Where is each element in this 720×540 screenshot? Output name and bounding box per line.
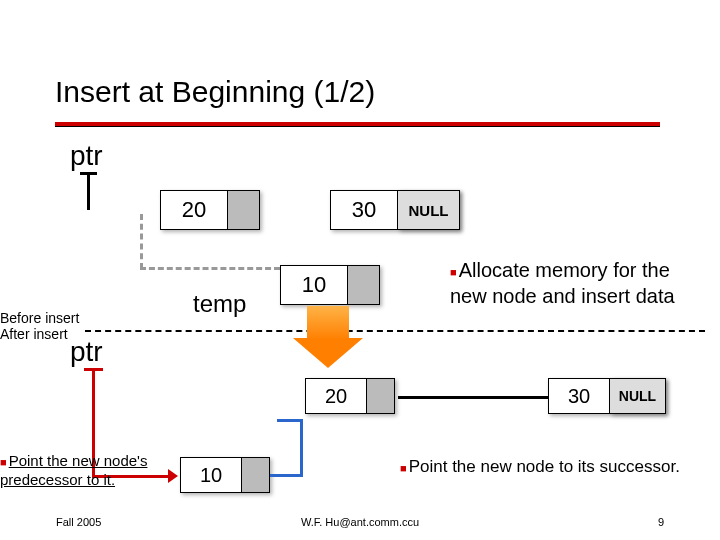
connector-20-30 (398, 396, 550, 399)
down-arrow-icon (293, 306, 363, 370)
node-30-before: 30 NULL (330, 190, 460, 230)
connector-new-to-successor-h2 (277, 419, 303, 422)
node-next-ptr (228, 190, 260, 230)
node-30-after: 30 NULL (548, 378, 666, 414)
node-temp: 10 (280, 265, 380, 305)
square-bullet-icon: ■ (0, 456, 7, 468)
node-data: 30 (330, 190, 398, 230)
note-allocate: ■Allocate memory for the new node and in… (450, 258, 680, 308)
label-after-insert: After insert (0, 326, 79, 342)
null-label: NULL (610, 378, 666, 414)
ptr-label-before: ptr (70, 140, 103, 172)
node-next-ptr (348, 265, 380, 305)
square-bullet-icon: ■ (450, 266, 457, 278)
label-before-insert: Before insert (0, 310, 79, 326)
node-20-after: 20 (305, 378, 395, 414)
node-10-after: 10 (180, 457, 270, 493)
page-title: Insert at Beginning (1/2) (55, 75, 375, 109)
dashed-connector-v (140, 214, 143, 269)
node-data: 20 (160, 190, 228, 230)
temp-label: temp (193, 290, 246, 318)
null-label: NULL (398, 190, 460, 230)
note-successor: ■Point the new node to its successor. (400, 457, 680, 478)
ptr-stem-before (87, 175, 90, 210)
node-next-ptr (367, 378, 395, 414)
connector-new-to-successor-h1 (270, 474, 302, 477)
connector-new-to-successor-v (300, 419, 303, 477)
footer-page-number: 9 (658, 516, 664, 528)
node-data: 30 (548, 378, 610, 414)
node-data: 20 (305, 378, 367, 414)
footer-center: W.F. Hu@ant.comm.ccu (0, 516, 720, 528)
divider-dashed (85, 330, 705, 332)
node-next-ptr (242, 457, 270, 493)
note-predecessor: ■Point the new node's predecessor to it. (0, 452, 180, 489)
square-bullet-icon: ■ (400, 462, 407, 474)
before-after-labels: Before insert After insert (0, 310, 79, 342)
node-data: 10 (180, 457, 242, 493)
node-data: 10 (280, 265, 348, 305)
title-underline (55, 122, 660, 127)
node-20-before: 20 (160, 190, 260, 230)
dashed-connector-h (140, 267, 280, 270)
ptr-label-after: ptr (70, 336, 103, 368)
